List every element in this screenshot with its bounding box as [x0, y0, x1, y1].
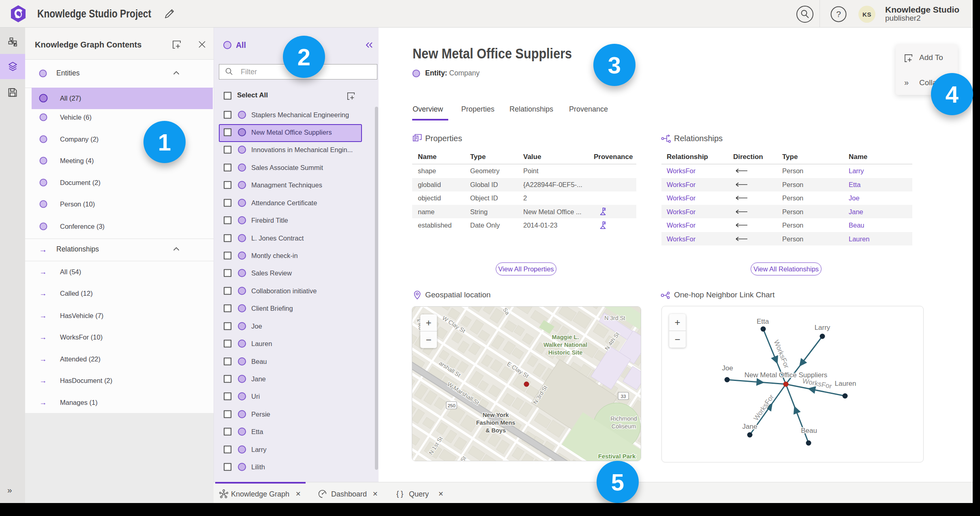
svg-text:Larry: Larry [815, 324, 830, 331]
svg-text:& Boys: & Boys [486, 427, 506, 434]
svg-text:Richmond: Richmond [610, 415, 637, 422]
svg-text:Fashion Mens: Fashion Mens [476, 419, 516, 426]
svg-text:Maggie L.: Maggie L. [552, 334, 579, 340]
svg-text:33: 33 [621, 394, 626, 399]
svg-text:WorksFor: WorksFor [752, 393, 776, 422]
svg-text:250: 250 [447, 403, 455, 408]
svg-text:Lauren: Lauren [835, 380, 856, 387]
svg-text:WorksFor: WorksFor [772, 339, 791, 369]
svg-text:Coliseum: Coliseum [612, 423, 636, 430]
svg-text:?: ? [836, 9, 841, 19]
svg-text:New Metal Office Suppliers: New Metal Office Suppliers [745, 371, 828, 379]
svg-text:Historic Site: Historic Site [548, 349, 583, 356]
svg-text:Walker National: Walker National [543, 342, 587, 348]
svg-text:Joe: Joe [722, 364, 733, 372]
svg-text:N 3rd St: N 3rd St [604, 315, 625, 321]
svg-text:Festival Park: Festival Park [598, 453, 636, 460]
svg-text:New York: New York [483, 412, 509, 418]
svg-text:Beau: Beau [801, 427, 817, 434]
svg-text:Etta: Etta [757, 318, 769, 325]
svg-text:Jane: Jane [742, 423, 757, 430]
